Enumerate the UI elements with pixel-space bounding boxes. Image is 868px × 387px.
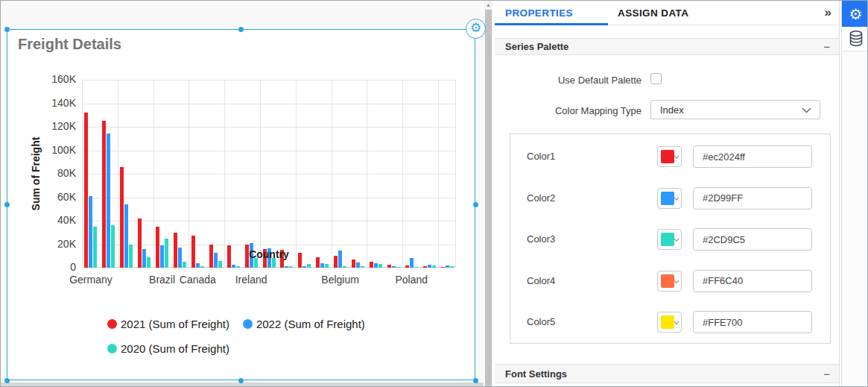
bar-2021 (405, 265, 409, 268)
section-title: Series Palette (505, 39, 568, 54)
resize-handle-bottom-right[interactable] (473, 378, 478, 383)
color-swatch-button[interactable] (657, 271, 682, 292)
y-axis-tick-label: 0 (31, 261, 76, 273)
gridline (296, 80, 297, 268)
canvas-horizontal-scrollbar[interactable] (1, 383, 484, 387)
color-hex-input[interactable] (693, 270, 812, 292)
bar-2020 (111, 225, 115, 268)
resize-handle-bottom-left[interactable] (4, 378, 10, 383)
collapse-panel-icon[interactable]: » (825, 1, 831, 25)
section-header-font-settings[interactable]: Font Settings − (495, 364, 839, 383)
y-axis-tick-label: 120K (31, 120, 76, 132)
gridline (189, 80, 189, 268)
color-swatch-button[interactable] (657, 188, 682, 209)
bar-2021 (423, 266, 427, 268)
color-swatch-button[interactable] (657, 312, 682, 333)
bar-2020 (432, 265, 436, 268)
dropdown-selected-value: Index (660, 101, 684, 120)
y-axis-tick-label: 20K (31, 238, 76, 250)
use-default-palette-checkbox[interactable] (650, 73, 662, 84)
gridline (224, 80, 225, 268)
bar-2020 (378, 264, 382, 268)
y-axis-tick-label: 100K (31, 144, 76, 156)
bar-2022 (446, 265, 449, 268)
chevron-down-icon (674, 321, 679, 325)
y-axis-tick-label: 80K (31, 167, 76, 179)
color-swatch (661, 192, 674, 205)
legend-label: 2022 (Sum of Freight) (256, 318, 365, 330)
legend-marker-icon (107, 344, 117, 353)
gridline (153, 80, 154, 268)
chevron-down-icon (674, 155, 679, 160)
resize-handle-middle-right[interactable] (473, 202, 478, 207)
right-icon-toolbar: ⚙ (841, 1, 868, 387)
toolbar-item-data-source[interactable] (842, 27, 868, 51)
scroll-up-arrow-icon[interactable]: ▲ (484, 1, 492, 9)
bar-2022 (374, 263, 378, 268)
bar-2021 (387, 265, 391, 268)
bar-2022 (285, 266, 288, 268)
gridline (367, 80, 367, 268)
color-hex-input[interactable] (693, 311, 812, 333)
y-axis-tick-label: 160K (31, 73, 76, 85)
collapse-section-icon[interactable]: − (823, 39, 830, 54)
legend-item[interactable]: 2021 (Sum of Freight) (107, 318, 229, 330)
properties-panel: PROPERTIES ASSIGN DATA » Series Palette … (495, 1, 839, 387)
color-mapping-type-dropdown[interactable]: Index (650, 100, 820, 119)
resize-handle-middle-left[interactable] (4, 202, 10, 207)
bar-2022 (302, 266, 306, 268)
chart-legend-row: 2021 (Sum of Freight)2022 (Sum of Freigh… (107, 318, 365, 330)
resize-handle-top-left[interactable] (4, 27, 10, 32)
panel-divider (839, 1, 840, 387)
color-swatch (661, 150, 674, 163)
gridline (455, 80, 456, 268)
bar-2021 (352, 259, 355, 268)
chart-widget[interactable]: Freight Details Sum of Freight 020K40K60… (7, 29, 475, 380)
legend-marker-icon (243, 319, 253, 329)
bar-2021 (441, 267, 445, 268)
section-title: Font Settings (505, 365, 567, 383)
x-axis-tick-label: Poland (378, 274, 445, 286)
x-axis-tick-label: Ireland (218, 274, 285, 286)
section-header-series-palette[interactable]: Series Palette − (495, 38, 839, 55)
tab-properties[interactable]: PROPERTIES (505, 1, 573, 25)
gridline (82, 127, 456, 128)
color-hex-input[interactable] (693, 145, 812, 168)
widget-settings-button[interactable]: ⚙ (466, 19, 486, 39)
scrollbar-thumb[interactable] (485, 10, 492, 387)
series-colors-container: Color1Color2Color3Color4Color5 (510, 133, 831, 344)
active-tab-underline (495, 23, 608, 25)
resize-handle-bottom-middle[interactable] (238, 378, 244, 383)
legend-marker-icon (107, 319, 117, 329)
color-hex-input[interactable] (693, 187, 812, 210)
chevron-down-icon (802, 107, 811, 113)
bar-2022 (320, 263, 324, 268)
legend-item[interactable]: 2022 (Sum of Freight) (243, 318, 365, 330)
resize-handle-top-middle[interactable] (238, 27, 244, 32)
collapse-section-icon[interactable]: − (823, 365, 830, 383)
color-hex-input[interactable] (693, 228, 812, 251)
color-swatch-button[interactable] (657, 229, 682, 250)
color-swatch (661, 274, 674, 288)
gridline (438, 80, 439, 268)
chevron-down-icon (674, 280, 679, 284)
chevron-down-icon (674, 238, 679, 242)
design-canvas[interactable]: Freight Details Sum of Freight 020K40K60… (1, 1, 484, 387)
bar-2020 (289, 266, 293, 268)
color-swatch-button[interactable] (657, 146, 682, 167)
bar-2020 (450, 266, 454, 268)
color-row: Color1 (510, 145, 830, 168)
y-axis-tick-label: 140K (31, 97, 76, 109)
tab-assign-data[interactable]: ASSIGN DATA (618, 1, 688, 25)
gridline (82, 80, 83, 268)
bar-2022 (356, 262, 360, 268)
bar-2020 (414, 267, 418, 268)
gear-icon: ⚙ (470, 21, 481, 35)
chart-plot-area: 020K40K60K80K100K120K140K160KGermanyBraz… (82, 80, 456, 268)
canvas-vertical-scrollbar[interactable]: ▲ (484, 1, 492, 387)
legend-item[interactable]: 2020 (Sum of Freight) (107, 342, 229, 355)
bar-2022 (428, 265, 431, 268)
color-row: Color2 (510, 187, 830, 210)
toolbar-item-properties[interactable]: ⚙ (842, 1, 868, 27)
color-row-label: Color2 (527, 187, 555, 210)
